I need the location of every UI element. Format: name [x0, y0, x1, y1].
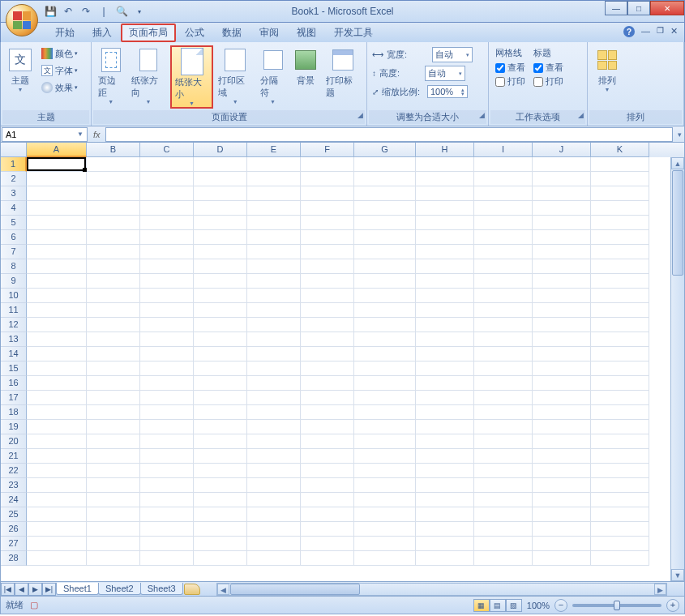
cell[interactable]	[533, 186, 591, 201]
cell[interactable]	[140, 259, 194, 274]
row-header-6[interactable]: 6	[1, 230, 27, 245]
cell[interactable]	[194, 332, 247, 347]
fx-button[interactable]: fx	[88, 130, 105, 139]
cell[interactable]	[140, 507, 194, 522]
cell[interactable]	[194, 303, 247, 318]
cell[interactable]	[416, 289, 474, 303]
cell[interactable]	[416, 361, 474, 376]
minimize-button[interactable]: —	[605, 1, 627, 15]
cell[interactable]	[591, 391, 649, 405]
cell[interactable]	[533, 434, 591, 449]
cell[interactable]	[354, 434, 416, 449]
cell[interactable]	[474, 332, 533, 347]
cell[interactable]	[591, 507, 649, 522]
background-button[interactable]: 背景	[290, 45, 321, 109]
cell[interactable]	[354, 537, 416, 551]
cell[interactable]	[247, 259, 301, 274]
cell[interactable]	[416, 318, 474, 332]
column-header-A[interactable]: A	[27, 143, 87, 157]
cell[interactable]	[247, 420, 301, 434]
column-header-E[interactable]: E	[247, 143, 301, 157]
cell[interactable]	[247, 537, 301, 551]
row-header-27[interactable]: 27	[1, 537, 27, 551]
cell[interactable]	[247, 391, 301, 405]
cell[interactable]	[354, 493, 416, 507]
column-header-C[interactable]: C	[140, 143, 194, 157]
headings-view-checkbox[interactable]: 查看	[533, 62, 563, 74]
cell[interactable]	[474, 245, 533, 259]
cell[interactable]	[533, 216, 591, 230]
cell[interactable]	[87, 376, 140, 391]
cell[interactable]	[140, 332, 194, 347]
formula-input[interactable]	[105, 127, 673, 142]
cell[interactable]	[474, 186, 533, 201]
cell[interactable]	[27, 551, 87, 566]
cell[interactable]	[87, 245, 140, 259]
tab-page-layout[interactable]: 页面布局	[121, 24, 176, 42]
cell[interactable]	[301, 507, 354, 522]
cell[interactable]	[247, 522, 301, 537]
cell[interactable]	[247, 186, 301, 201]
cell[interactable]	[194, 391, 247, 405]
cell[interactable]	[247, 230, 301, 245]
cell[interactable]	[354, 318, 416, 332]
zoom-slider-knob[interactable]	[614, 601, 620, 610]
column-header-F[interactable]: F	[301, 143, 354, 157]
cell[interactable]	[194, 201, 247, 216]
cell[interactable]	[591, 245, 649, 259]
cell[interactable]	[27, 332, 87, 347]
cell[interactable]	[140, 318, 194, 332]
cell[interactable]	[27, 347, 87, 361]
tab-developer[interactable]: 开发工具	[325, 23, 382, 42]
cell[interactable]	[354, 464, 416, 478]
cell[interactable]	[533, 522, 591, 537]
cell[interactable]	[533, 347, 591, 361]
cell[interactable]	[301, 449, 354, 464]
cell[interactable]	[591, 289, 649, 303]
cell[interactable]	[27, 493, 87, 507]
cell[interactable]	[416, 551, 474, 566]
cell[interactable]	[194, 318, 247, 332]
cell[interactable]	[27, 376, 87, 391]
cell[interactable]	[354, 361, 416, 376]
cell[interactable]	[140, 551, 194, 566]
column-header-J[interactable]: J	[533, 143, 591, 157]
office-button[interactable]	[6, 4, 38, 36]
cell[interactable]	[301, 216, 354, 230]
theme-fonts-button[interactable]: 文字体▾	[38, 62, 81, 79]
row-header-11[interactable]: 11	[1, 303, 27, 318]
cell[interactable]	[474, 303, 533, 318]
cell[interactable]	[87, 507, 140, 522]
sheet-options-launcher-icon[interactable]: ◢	[578, 111, 584, 119]
expand-formula-bar-icon[interactable]: ▾	[678, 130, 682, 139]
scroll-right-icon[interactable]: ▶	[654, 584, 666, 595]
cell[interactable]	[301, 478, 354, 493]
cell[interactable]	[533, 405, 591, 420]
cell[interactable]	[27, 405, 87, 420]
scale-height-dropdown[interactable]: 自动▾	[425, 66, 465, 81]
cell[interactable]	[87, 274, 140, 289]
hscroll-thumb[interactable]	[230, 584, 360, 595]
cell[interactable]	[27, 289, 87, 303]
cell[interactable]	[416, 434, 474, 449]
arrange-button[interactable]: 排列▼	[591, 45, 623, 109]
row-header-17[interactable]: 17	[1, 391, 27, 405]
cell[interactable]	[27, 172, 87, 186]
cell[interactable]	[140, 478, 194, 493]
cell[interactable]	[533, 201, 591, 216]
cell[interactable]	[87, 391, 140, 405]
cell[interactable]	[416, 347, 474, 361]
cell[interactable]	[591, 318, 649, 332]
cell[interactable]	[416, 522, 474, 537]
sheet-tab-sheet1[interactable]: Sheet1	[56, 583, 99, 595]
cell[interactable]	[27, 537, 87, 551]
cell[interactable]	[474, 507, 533, 522]
cell[interactable]	[533, 274, 591, 289]
cell[interactable]	[354, 186, 416, 201]
cell[interactable]	[87, 332, 140, 347]
cell[interactable]	[474, 478, 533, 493]
cell[interactable]	[416, 172, 474, 186]
cell[interactable]	[416, 420, 474, 434]
cell[interactable]	[87, 172, 140, 186]
cell[interactable]	[194, 551, 247, 566]
